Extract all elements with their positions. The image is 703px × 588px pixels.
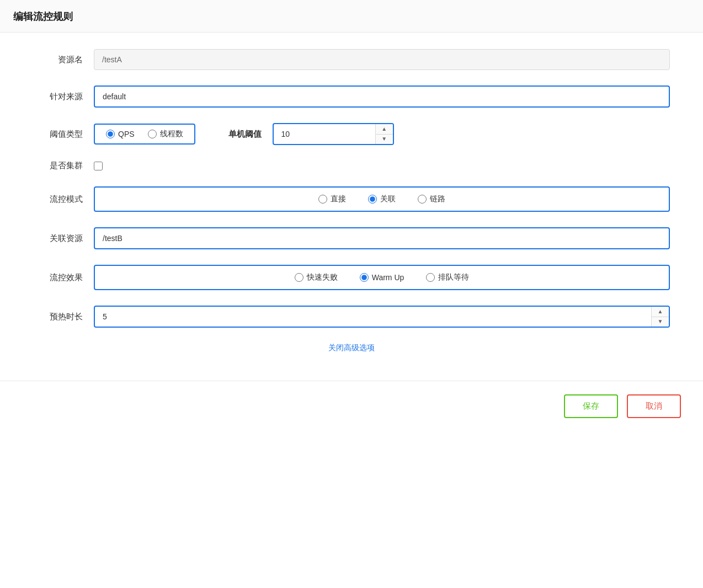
radio-direct[interactable]: 直接 — [318, 194, 346, 204]
radio-relate[interactable]: 关联 — [368, 194, 396, 204]
warmup-label: 预热时长 — [33, 312, 94, 322]
header: 编辑流控规则 — [0, 0, 703, 33]
flow-mode-radio-group: 直接 关联 链路 — [94, 186, 670, 212]
advanced-link-area: 关闭高级选项 — [33, 343, 670, 353]
resource-name-row: 资源名 — [33, 49, 670, 70]
cluster-row: 是否集群 — [33, 161, 670, 171]
source-input[interactable] — [94, 85, 670, 108]
threshold-spinner-up[interactable]: ▲ — [376, 124, 393, 135]
cluster-checkbox-wrap — [94, 162, 670, 170]
page-container: 编辑流控规则 资源名 针对来源 阈值类型 — [0, 0, 703, 588]
radio-direct-label: 直接 — [331, 194, 346, 204]
radio-chain-label: 链路 — [430, 194, 445, 204]
radio-fast-fail[interactable]: 快速失败 — [295, 272, 338, 282]
threshold-type-radio-group: QPS 线程数 — [94, 124, 195, 145]
radio-chain-input[interactable] — [418, 195, 427, 204]
warmup-input[interactable] — [94, 306, 670, 328]
flow-mode-control: 直接 关联 链路 — [94, 186, 670, 212]
radio-queue[interactable]: 排队等待 — [426, 272, 469, 282]
resource-name-label: 资源名 — [33, 55, 94, 65]
radio-chain[interactable]: 链路 — [418, 194, 445, 204]
related-resource-row: 关联资源 — [33, 227, 670, 249]
radio-queue-label: 排队等待 — [438, 272, 469, 282]
threshold-type-label: 阈值类型 — [33, 129, 94, 140]
flow-effect-radio-group: 快速失败 Warm Up 排队等待 — [94, 265, 670, 290]
radio-warmup-input[interactable] — [360, 273, 369, 282]
source-control — [94, 85, 670, 108]
threshold-row: 阈值类型 QPS 线程数 单机阈值 — [33, 123, 670, 145]
flow-effect-control: 快速失败 Warm Up 排队等待 — [94, 265, 670, 290]
source-label: 针对来源 — [33, 92, 94, 102]
related-resource-label: 关联资源 — [33, 233, 94, 244]
radio-thread-label: 线程数 — [160, 129, 183, 139]
warmup-row: 预热时长 ▲ ▼ — [33, 306, 670, 328]
threshold-spinner-down[interactable]: ▼ — [376, 135, 393, 145]
footer-buttons: 保存 取消 — [0, 381, 703, 431]
radio-qps-label: QPS — [118, 130, 135, 138]
flow-mode-label: 流控模式 — [33, 194, 94, 205]
page-title: 编辑流控规则 — [13, 11, 73, 22]
warmup-spinners: ▲ ▼ — [651, 307, 669, 327]
threshold-type-threshold-row: QPS 线程数 单机阈值 ▲ ▼ — [94, 123, 670, 145]
radio-warmup[interactable]: Warm Up — [360, 273, 404, 282]
radio-relate-label: 关联 — [380, 194, 396, 204]
radio-direct-input[interactable] — [318, 195, 327, 204]
related-resource-input[interactable] — [94, 227, 670, 249]
flow-effect-row: 流控效果 快速失败 Warm Up 排队等待 — [33, 265, 670, 290]
related-resource-control — [94, 227, 670, 249]
advanced-link[interactable]: 关闭高级选项 — [328, 343, 375, 352]
warmup-spinner-up[interactable]: ▲ — [652, 307, 669, 317]
resource-name-control — [94, 49, 670, 70]
radio-queue-input[interactable] — [426, 273, 435, 282]
radio-qps-input[interactable] — [106, 130, 115, 138]
radio-thread-input[interactable] — [148, 130, 157, 138]
radio-warmup-label: Warm Up — [372, 273, 404, 282]
cluster-label: 是否集群 — [33, 161, 94, 171]
cluster-checkbox[interactable] — [94, 162, 103, 170]
radio-fast-label: 快速失败 — [307, 272, 338, 282]
radio-qps[interactable]: QPS — [106, 130, 135, 138]
warmup-spinner-down[interactable]: ▼ — [652, 317, 669, 327]
cancel-button[interactable]: 取消 — [627, 394, 681, 418]
radio-thread[interactable]: 线程数 — [148, 129, 183, 139]
flow-mode-row: 流控模式 直接 关联 链路 — [33, 186, 670, 212]
threshold-spinners: ▲ ▼ — [375, 124, 393, 144]
threshold-type-control: QPS 线程数 单机阈值 ▲ ▼ — [94, 123, 670, 145]
cluster-control — [94, 162, 670, 170]
radio-fast-input[interactable] — [295, 273, 303, 282]
warmup-input-wrap: ▲ ▼ — [94, 306, 670, 328]
warmup-control: ▲ ▼ — [94, 306, 670, 328]
single-threshold-wrap: ▲ ▼ — [273, 123, 394, 145]
form-area: 资源名 针对来源 阈值类型 QPS — [0, 33, 703, 381]
save-button[interactable]: 保存 — [564, 394, 618, 418]
flow-effect-label: 流控效果 — [33, 272, 94, 283]
source-row: 针对来源 — [33, 85, 670, 108]
resource-name-input — [94, 49, 670, 70]
radio-relate-input[interactable] — [368, 195, 377, 204]
single-threshold-label: 单机阈值 — [228, 129, 262, 140]
